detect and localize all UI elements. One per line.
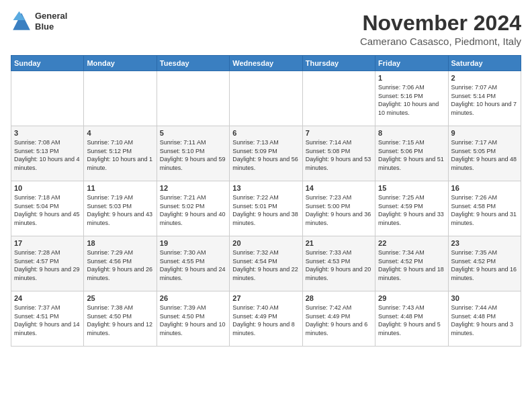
calendar-cell: 3Sunrise: 7:08 AM Sunset: 5:13 PM Daylig… xyxy=(11,126,84,181)
day-info: Sunrise: 7:42 AM Sunset: 4:49 PM Dayligh… xyxy=(306,304,372,337)
title-area: November 2024 Camerano Casasco, Piedmont… xyxy=(360,11,521,47)
day-number: 21 xyxy=(306,239,372,247)
logo: General Blue xyxy=(11,11,67,32)
location-title: Camerano Casasco, Piedmont, Italy xyxy=(360,36,521,47)
calendar-cell xyxy=(11,71,84,126)
day-number: 6 xyxy=(232,129,299,137)
weekday-header-monday: Monday xyxy=(84,56,157,71)
day-number: 24 xyxy=(14,294,81,302)
weekday-header-saturday: Saturday xyxy=(448,56,521,71)
day-number: 26 xyxy=(160,294,226,302)
day-info: Sunrise: 7:43 AM Sunset: 4:48 PM Dayligh… xyxy=(378,304,445,337)
month-title: November 2024 xyxy=(360,11,521,36)
day-info: Sunrise: 7:07 AM Sunset: 5:14 PM Dayligh… xyxy=(451,83,518,117)
calendar-cell xyxy=(230,71,302,126)
calendar-cell: 16Sunrise: 7:26 AM Sunset: 4:58 PM Dayli… xyxy=(448,181,521,236)
day-info: Sunrise: 7:14 AM Sunset: 5:08 PM Dayligh… xyxy=(306,138,372,172)
week-row-5: 24Sunrise: 7:37 AM Sunset: 4:51 PM Dayli… xyxy=(11,291,521,347)
day-number: 11 xyxy=(87,184,153,192)
calendar-cell: 18Sunrise: 7:29 AM Sunset: 4:56 PM Dayli… xyxy=(84,236,157,291)
calendar-cell: 25Sunrise: 7:38 AM Sunset: 4:50 PM Dayli… xyxy=(84,291,157,347)
week-row-3: 10Sunrise: 7:18 AM Sunset: 5:04 PM Dayli… xyxy=(11,181,521,236)
calendar-cell: 24Sunrise: 7:37 AM Sunset: 4:51 PM Dayli… xyxy=(11,291,84,347)
day-number: 3 xyxy=(14,129,81,137)
calendar-cell: 14Sunrise: 7:23 AM Sunset: 5:00 PM Dayli… xyxy=(302,181,375,236)
day-number: 17 xyxy=(14,239,81,247)
day-number: 12 xyxy=(160,184,226,192)
weekday-header-tuesday: Tuesday xyxy=(157,56,229,71)
svg-marker-1 xyxy=(13,11,26,20)
calendar-cell: 7Sunrise: 7:14 AM Sunset: 5:08 PM Daylig… xyxy=(302,126,375,181)
day-info: Sunrise: 7:22 AM Sunset: 5:01 PM Dayligh… xyxy=(232,193,299,227)
logo-text: General Blue xyxy=(35,11,67,32)
calendar-cell: 8Sunrise: 7:15 AM Sunset: 5:06 PM Daylig… xyxy=(375,126,448,181)
calendar-cell: 2Sunrise: 7:07 AM Sunset: 5:14 PM Daylig… xyxy=(448,71,521,126)
day-info: Sunrise: 7:30 AM Sunset: 4:55 PM Dayligh… xyxy=(160,248,226,282)
calendar-body: 1Sunrise: 7:06 AM Sunset: 5:16 PM Daylig… xyxy=(11,71,521,347)
day-number: 10 xyxy=(14,184,81,192)
day-info: Sunrise: 7:39 AM Sunset: 4:50 PM Dayligh… xyxy=(160,304,226,337)
weekday-header-sunday: Sunday xyxy=(11,56,84,71)
day-number: 7 xyxy=(306,129,372,137)
calendar-cell xyxy=(157,71,229,126)
day-number: 1 xyxy=(378,74,445,82)
day-info: Sunrise: 7:34 AM Sunset: 4:52 PM Dayligh… xyxy=(378,248,445,282)
weekday-header-row: SundayMondayTuesdayWednesdayThursdayFrid… xyxy=(11,56,521,71)
day-info: Sunrise: 7:29 AM Sunset: 4:56 PM Dayligh… xyxy=(87,248,153,282)
calendar-cell: 11Sunrise: 7:19 AM Sunset: 5:03 PM Dayli… xyxy=(84,181,157,236)
day-number: 8 xyxy=(378,129,445,137)
calendar-cell xyxy=(302,71,375,126)
day-number: 9 xyxy=(451,129,518,137)
day-number: 30 xyxy=(451,294,518,302)
day-info: Sunrise: 7:37 AM Sunset: 4:51 PM Dayligh… xyxy=(14,304,81,337)
day-info: Sunrise: 7:10 AM Sunset: 5:12 PM Dayligh… xyxy=(87,138,153,172)
calendar-cell: 4Sunrise: 7:10 AM Sunset: 5:12 PM Daylig… xyxy=(84,126,157,181)
calendar-cell: 12Sunrise: 7:21 AM Sunset: 5:02 PM Dayli… xyxy=(157,181,229,236)
calendar-cell: 5Sunrise: 7:11 AM Sunset: 5:10 PM Daylig… xyxy=(157,126,229,181)
calendar-cell: 17Sunrise: 7:28 AM Sunset: 4:57 PM Dayli… xyxy=(11,236,84,291)
day-info: Sunrise: 7:32 AM Sunset: 4:54 PM Dayligh… xyxy=(232,248,299,282)
day-number: 20 xyxy=(232,239,299,247)
calendar-cell: 22Sunrise: 7:34 AM Sunset: 4:52 PM Dayli… xyxy=(375,236,448,291)
day-number: 25 xyxy=(87,294,153,302)
day-number: 4 xyxy=(87,129,153,137)
calendar-cell: 9Sunrise: 7:17 AM Sunset: 5:05 PM Daylig… xyxy=(448,126,521,181)
week-row-4: 17Sunrise: 7:28 AM Sunset: 4:57 PM Dayli… xyxy=(11,236,521,291)
day-number: 5 xyxy=(160,129,226,137)
calendar-cell: 21Sunrise: 7:33 AM Sunset: 4:53 PM Dayli… xyxy=(302,236,375,291)
calendar-cell: 27Sunrise: 7:40 AM Sunset: 4:49 PM Dayli… xyxy=(230,291,302,347)
calendar-table: SundayMondayTuesdayWednesdayThursdayFrid… xyxy=(11,55,521,347)
day-info: Sunrise: 7:35 AM Sunset: 4:52 PM Dayligh… xyxy=(451,248,518,282)
calendar-cell: 10Sunrise: 7:18 AM Sunset: 5:04 PM Dayli… xyxy=(11,181,84,236)
day-number: 28 xyxy=(306,294,372,302)
day-info: Sunrise: 7:18 AM Sunset: 5:04 PM Dayligh… xyxy=(14,193,81,227)
weekday-header-wednesday: Wednesday xyxy=(230,56,302,71)
calendar-cell: 20Sunrise: 7:32 AM Sunset: 4:54 PM Dayli… xyxy=(230,236,302,291)
day-number: 15 xyxy=(378,184,445,192)
day-number: 14 xyxy=(306,184,372,192)
day-info: Sunrise: 7:13 AM Sunset: 5:09 PM Dayligh… xyxy=(232,138,299,172)
logo-icon xyxy=(11,11,32,32)
day-number: 23 xyxy=(451,239,518,247)
day-info: Sunrise: 7:15 AM Sunset: 5:06 PM Dayligh… xyxy=(378,138,445,172)
week-row-1: 1Sunrise: 7:06 AM Sunset: 5:16 PM Daylig… xyxy=(11,71,521,126)
calendar-cell: 29Sunrise: 7:43 AM Sunset: 4:48 PM Dayli… xyxy=(375,291,448,347)
day-number: 19 xyxy=(160,239,226,247)
day-info: Sunrise: 7:38 AM Sunset: 4:50 PM Dayligh… xyxy=(87,304,153,337)
day-info: Sunrise: 7:17 AM Sunset: 5:05 PM Dayligh… xyxy=(451,138,518,172)
weekday-header-friday: Friday xyxy=(375,56,448,71)
calendar-cell: 19Sunrise: 7:30 AM Sunset: 4:55 PM Dayli… xyxy=(157,236,229,291)
calendar-cell: 23Sunrise: 7:35 AM Sunset: 4:52 PM Dayli… xyxy=(448,236,521,291)
day-info: Sunrise: 7:19 AM Sunset: 5:03 PM Dayligh… xyxy=(87,193,153,227)
day-number: 29 xyxy=(378,294,445,302)
day-info: Sunrise: 7:44 AM Sunset: 4:48 PM Dayligh… xyxy=(451,304,518,337)
calendar-cell: 30Sunrise: 7:44 AM Sunset: 4:48 PM Dayli… xyxy=(448,291,521,347)
day-info: Sunrise: 7:23 AM Sunset: 5:00 PM Dayligh… xyxy=(306,193,372,227)
header: General Blue November 2024 Camerano Casa… xyxy=(11,11,521,47)
day-info: Sunrise: 7:25 AM Sunset: 4:59 PM Dayligh… xyxy=(378,193,445,227)
day-number: 18 xyxy=(87,239,153,247)
day-number: 27 xyxy=(232,294,299,302)
day-number: 22 xyxy=(378,239,445,247)
day-info: Sunrise: 7:26 AM Sunset: 4:58 PM Dayligh… xyxy=(451,193,518,227)
calendar-cell: 6Sunrise: 7:13 AM Sunset: 5:09 PM Daylig… xyxy=(230,126,302,181)
